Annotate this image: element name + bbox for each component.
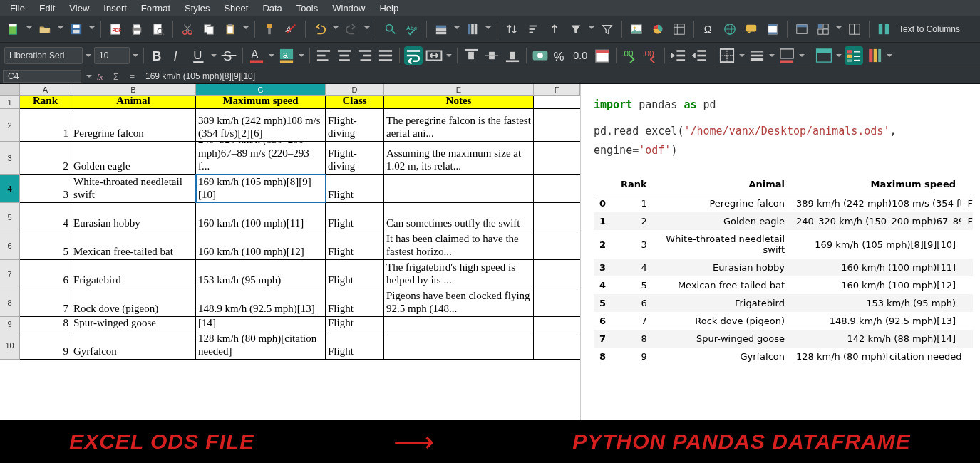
cell-E4[interactable]: [384, 175, 534, 202]
cell-A5[interactable]: 4: [20, 203, 71, 231]
cell-B2[interactable]: Peregrine falcon: [71, 109, 196, 141]
cell-A3[interactable]: 2: [20, 142, 71, 174]
date-format-icon[interactable]: [593, 46, 612, 65]
redo-icon[interactable]: [342, 20, 361, 38]
align-justify-icon[interactable]: [376, 46, 395, 65]
highlight-dropdown[interactable]: [298, 53, 305, 58]
col-header-A[interactable]: A: [20, 84, 71, 95]
text-to-columns-icon[interactable]: [875, 20, 893, 38]
cell-F4[interactable]: [534, 175, 580, 202]
menu-format[interactable]: Format: [134, 3, 177, 14]
menu-help[interactable]: Help: [372, 3, 406, 14]
font-color-dropdown[interactable]: [268, 53, 275, 58]
spellcheck-icon[interactable]: Abc: [403, 20, 421, 38]
copy-icon[interactable]: [200, 20, 218, 38]
cell-A9[interactable]: 8: [20, 317, 71, 331]
function-wizard-icon[interactable]: fx: [94, 70, 110, 83]
strikethrough-icon[interactable]: S: [220, 46, 238, 65]
header-cell[interactable]: Maximum speed: [196, 96, 326, 108]
menu-data[interactable]: Data: [255, 3, 289, 14]
print-preview-icon[interactable]: [149, 20, 167, 38]
undo-icon[interactable]: [311, 20, 329, 38]
menu-window[interactable]: Window: [325, 3, 372, 14]
print-icon[interactable]: [128, 20, 146, 38]
sort-up-icon[interactable]: [545, 20, 564, 38]
decrease-indent-icon[interactable]: [690, 46, 708, 65]
cell-D4[interactable]: Flight: [326, 175, 384, 202]
menu-sheet[interactable]: Sheet: [217, 3, 255, 14]
cell-E2[interactable]: The peregrine falcon is the fastest aeri…: [384, 109, 534, 141]
insert-image-icon[interactable]: [627, 20, 646, 38]
border-color-dropdown[interactable]: [798, 53, 805, 58]
cell-F6[interactable]: [534, 232, 580, 259]
number-format-icon[interactable]: 0.0: [572, 46, 591, 65]
cell-D3[interactable]: Flight-diving: [326, 142, 384, 174]
cell-C7[interactable]: 153 km/h (95 mph): [196, 260, 326, 288]
italic-icon[interactable]: I: [169, 46, 187, 65]
col-header-E[interactable]: E: [384, 84, 534, 95]
font-size-dropdown[interactable]: [132, 53, 139, 58]
cell-D7[interactable]: Flight: [326, 260, 384, 288]
select-all-corner[interactable]: [0, 84, 20, 95]
define-range-icon[interactable]: [793, 20, 811, 38]
cell-B5[interactable]: Eurasian hobby: [71, 203, 196, 231]
row-header-4[interactable]: 4: [0, 175, 20, 203]
header-cell[interactable]: Notes: [384, 96, 534, 108]
increase-indent-icon[interactable]: [669, 46, 688, 65]
row-header-9[interactable]: 9: [0, 317, 20, 331]
new-doc-dropdown[interactable]: [26, 20, 33, 38]
spreadsheet[interactable]: ABCDEF 12345678910 RankAnimalMaximum spe…: [0, 84, 581, 420]
col-header-D[interactable]: D: [326, 84, 384, 95]
cell-D9[interactable]: Flight: [326, 317, 384, 331]
highlight-color-icon[interactable]: a: [277, 46, 296, 65]
split-window-icon[interactable]: [845, 20, 864, 38]
menu-view[interactable]: View: [62, 3, 96, 14]
equals-icon[interactable]: =: [125, 70, 141, 83]
cut-icon[interactable]: [178, 20, 197, 38]
cell-C9[interactable]: [14]: [196, 317, 326, 331]
cell-C5[interactable]: 160 km/h (100 mph)[11]: [196, 203, 326, 231]
sort-asc-icon[interactable]: [502, 20, 521, 38]
cell-B3[interactable]: Golden eagle: [71, 142, 196, 174]
underline-icon[interactable]: U: [190, 46, 208, 65]
new-doc-icon[interactable]: [4, 20, 23, 38]
cell-D10[interactable]: Flight: [326, 331, 384, 359]
cell-D8[interactable]: Flight: [326, 288, 384, 316]
clone-formatting-icon[interactable]: [260, 20, 279, 38]
valign-top-icon[interactable]: [462, 46, 480, 65]
cell-B7[interactable]: Frigatebird: [71, 260, 196, 288]
hyperlink-icon[interactable]: [721, 20, 739, 38]
special-char-icon[interactable]: Ω: [699, 20, 718, 38]
align-left-icon[interactable]: [314, 46, 333, 65]
cell-A4[interactable]: 3: [20, 175, 71, 202]
header-cell[interactable]: Class: [326, 96, 384, 108]
sum-icon[interactable]: Σ: [110, 70, 125, 83]
valign-bottom-icon[interactable]: [503, 46, 522, 65]
cell-C2[interactable]: 389 km/h (242 mph)108 m/s (354 ft/s)[2][…: [196, 109, 326, 141]
bold-icon[interactable]: B: [148, 46, 167, 65]
cell-B8[interactable]: Rock dove (pigeon): [71, 288, 196, 316]
merge-dropdown[interactable]: [445, 53, 453, 58]
column-icon[interactable]: [463, 20, 482, 38]
borders-icon[interactable]: [718, 46, 736, 65]
cell-D5[interactable]: Flight: [326, 203, 384, 231]
cell-C6[interactable]: 160 km/h (100 mph)[12]: [196, 232, 326, 259]
cell-F9[interactable]: [534, 317, 580, 331]
borders-dropdown[interactable]: [738, 53, 746, 58]
add-decimal-icon[interactable]: .00: [621, 46, 639, 65]
cell-E9[interactable]: [384, 317, 534, 331]
open-dropdown[interactable]: [57, 20, 64, 38]
autofilter-dropdown[interactable]: [588, 20, 595, 38]
row-header-6[interactable]: 6: [0, 232, 20, 260]
cell-A7[interactable]: 6: [20, 260, 71, 288]
cell-E8[interactable]: Pigeons have been clocked flying 92.5 mp…: [384, 288, 534, 316]
cell-B6[interactable]: Mexican free-tailed bat: [71, 232, 196, 259]
cell-E3[interactable]: Assuming the maximum size at 1.02 m, its…: [384, 142, 534, 174]
cell-C3[interactable]: 240–320 km/h (150–200 mph)67–89 m/s (220…: [196, 142, 326, 174]
align-center-icon[interactable]: [335, 46, 354, 65]
paste-dropdown[interactable]: [242, 20, 249, 38]
align-right-icon[interactable]: [356, 46, 374, 65]
cell-D6[interactable]: Flight: [326, 232, 384, 259]
headers-footers-icon[interactable]: [763, 20, 782, 38]
find-replace-icon[interactable]: [381, 20, 400, 38]
